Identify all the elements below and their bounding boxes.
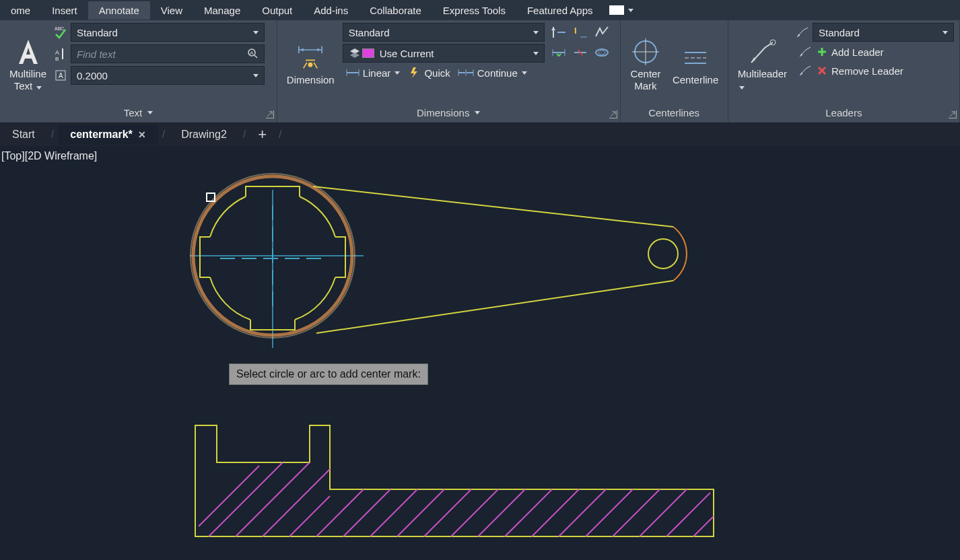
leader-style-icon[interactable] (795, 25, 810, 40)
panel-dimensions: Dimension Standard Use Current (277, 20, 621, 123)
svg-text:A: A (55, 49, 59, 56)
dim-linear-button[interactable]: Linear (343, 65, 403, 81)
svg-line-65 (370, 489, 417, 536)
svg-line-74 (613, 489, 660, 536)
plus-icon (817, 46, 827, 57)
multiline-text-button[interactable]: Multiline Text (5, 23, 50, 104)
tab-drawing2[interactable]: Drawing2 (169, 125, 239, 145)
tab-new-button[interactable]: + (250, 126, 275, 143)
panel-expand-icon[interactable] (266, 110, 274, 118)
dim-oblique-icon[interactable] (592, 43, 612, 62)
svg-line-69 (478, 489, 525, 536)
panel-expand-icon[interactable] (949, 110, 957, 118)
menu-insert[interactable]: Insert (41, 1, 88, 20)
dim-quick-button[interactable]: Quick (404, 65, 452, 81)
dimension-button[interactable]: Dimension (283, 23, 339, 104)
menu-output[interactable]: Output (251, 1, 303, 20)
svg-text:B: B (55, 56, 59, 61)
svg-line-5 (254, 55, 257, 58)
panel-centerlines: Center Mark Centerline Centerlines (621, 20, 728, 123)
menu-annotate[interactable]: Annotate (88, 1, 150, 20)
command-tooltip: Select circle or arc to add center mark: (229, 363, 428, 385)
tab-separator: / (239, 129, 250, 141)
menu-express-tools[interactable]: Express Tools (432, 1, 516, 20)
tab-separator: / (158, 129, 169, 141)
text-style-combo[interactable]: Standard (71, 23, 265, 42)
tab-start[interactable]: Start (0, 125, 47, 145)
multileader-label: Multileader (738, 68, 787, 92)
dim-continue-button[interactable]: Continue (454, 65, 530, 81)
center-mark-button[interactable]: Center Mark (625, 23, 666, 104)
add-leader-button[interactable]: Add Leader (795, 43, 954, 61)
panel-centerlines-title: Centerlines (621, 104, 728, 123)
dimension-label: Dimension (287, 74, 335, 86)
svg-point-52 (191, 174, 355, 338)
centerline-label: Centerline (673, 74, 718, 86)
dim-break-icon[interactable] (592, 23, 612, 42)
view-label[interactable]: [Top][2D Wireframe] (1, 150, 97, 162)
text-cursor-icon[interactable]: AB (53, 46, 68, 61)
dim-jog-icon[interactable] (570, 43, 590, 62)
svg-line-61 (263, 469, 330, 536)
layers-icon (349, 47, 361, 59)
menu-bar: ome Insert Annotate View Manage Output A… (0, 0, 960, 20)
text-height-combo[interactable]: 0.2000 (71, 66, 265, 85)
find-text-input[interactable]: Find text A (71, 44, 265, 63)
svg-line-16 (314, 62, 317, 68)
menu-collaborate[interactable]: Collaborate (359, 1, 432, 20)
svg-point-37 (598, 50, 605, 55)
quick-dim-icon (407, 66, 421, 79)
centerline-button[interactable]: Centerline (668, 23, 722, 104)
leader-add-icon (798, 44, 813, 59)
svg-line-58 (199, 466, 259, 526)
panel-expand-icon[interactable] (609, 110, 617, 118)
multileader-icon (746, 36, 778, 68)
tab-centermark[interactable]: centermark* ✕ (58, 125, 158, 145)
menu-extra[interactable] (604, 5, 639, 15)
multileader-button[interactable]: Multileader (734, 23, 791, 104)
svg-text:A: A (249, 50, 253, 56)
menu-view[interactable]: View (150, 1, 193, 20)
svg-rect-2 (62, 48, 63, 59)
find-search-icon: A (246, 47, 259, 61)
check-abc-icon[interactable]: ABC (53, 25, 68, 40)
svg-point-14 (308, 62, 313, 67)
svg-text:A: A (59, 72, 63, 79)
center-mark-label: Center Mark (630, 68, 660, 92)
svg-rect-78 (207, 193, 215, 201)
menu-addins[interactable]: Add-ins (303, 1, 359, 20)
svg-line-76 (666, 493, 710, 536)
dim-update-icon[interactable] (549, 23, 569, 42)
svg-marker-21 (411, 67, 417, 78)
svg-line-71 (532, 489, 579, 536)
svg-line-62 (289, 496, 330, 536)
panel-text: Multiline Text ABC Standard AB (0, 20, 277, 123)
svg-line-77 (693, 516, 714, 536)
centerline-icon (679, 42, 712, 74)
multiline-text-label: Multiline Text (9, 68, 46, 92)
close-icon[interactable]: ✕ (138, 129, 146, 140)
remove-leader-button[interactable]: Remove Leader (795, 62, 954, 79)
document-tabs: Start / centermark* ✕ / Drawing2 / + / (0, 123, 960, 146)
leader-remove-icon (798, 63, 813, 78)
menu-home[interactable]: ome (0, 1, 41, 20)
panel-text-title[interactable]: Text (0, 104, 277, 123)
svg-line-75 (640, 489, 687, 536)
dim-style-combo[interactable]: Standard (343, 23, 545, 42)
menu-manage[interactable]: Manage (193, 1, 251, 20)
drawing-content (0, 146, 960, 560)
dim-layer-combo[interactable]: Use Current (343, 44, 545, 63)
svg-text:ABC: ABC (55, 26, 64, 31)
text-height-icon[interactable]: A (53, 68, 68, 83)
panel-leaders: Multileader Standard Add Leader (728, 20, 960, 123)
drawing-canvas[interactable]: [Top][2D Wireframe] (0, 146, 960, 560)
ribbon: Multiline Text ABC Standard AB (0, 20, 960, 123)
svg-line-60 (236, 462, 310, 536)
panel-leaders-title: Leaders (728, 104, 959, 123)
panel-dimensions-title[interactable]: Dimensions (277, 104, 620, 123)
dim-reassoc-icon[interactable]: I (570, 23, 590, 42)
leader-style-combo[interactable]: Standard (813, 23, 954, 42)
menu-featured-apps[interactable]: Featured Apps (516, 1, 604, 20)
dim-space-icon[interactable] (549, 43, 569, 62)
continue-dim-icon (457, 66, 475, 79)
